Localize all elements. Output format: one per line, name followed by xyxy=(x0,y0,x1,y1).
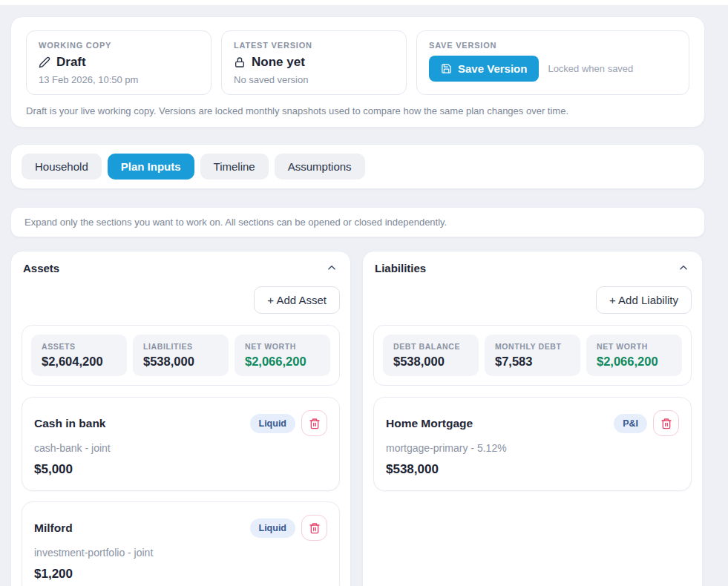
stat-debt-balance: DEBT BALANCE $538,000 xyxy=(383,335,479,376)
asset-title: Cash in bank xyxy=(34,417,250,430)
stat-liabilities: LIABILITIES $538,000 xyxy=(133,335,229,376)
assets-panel-title: Assets xyxy=(23,262,59,274)
asset-value: $1,200 xyxy=(34,567,327,582)
latest-version-card: LATEST VERSION None yet No saved version xyxy=(221,30,407,95)
tab-assumptions[interactable]: Assumptions xyxy=(275,154,365,180)
tabs-bar: Household Plan Inputs Timeline Assumptio… xyxy=(10,144,705,189)
liability-value: $538,000 xyxy=(386,462,679,477)
asset-title: Milford xyxy=(34,521,250,535)
assets-stats: ASSETS $2,604,200 LIABILITIES $538,000 N… xyxy=(22,325,340,386)
tab-plan-inputs[interactable]: Plan Inputs xyxy=(108,154,194,180)
tab-timeline[interactable]: Timeline xyxy=(200,154,269,180)
assets-collapse-button[interactable] xyxy=(325,261,338,274)
assets-panel: Assets + Add Asset ASSETS $2,604,200 LIA… xyxy=(10,251,351,586)
add-asset-button[interactable]: + Add Asset xyxy=(254,286,340,314)
asset-value: $5,000 xyxy=(34,462,327,477)
info-banner-text: Expand only the sections you want to wor… xyxy=(24,217,691,228)
save-version-label: SAVE VERSION xyxy=(429,41,677,50)
liabilities-stats: DEBT BALANCE $538,000 MONTHLY DEBT $7,58… xyxy=(373,325,692,386)
version-section: WORKING COPY Draft 13 Feb 2026, 10:50 pm… xyxy=(10,16,705,128)
liability-title: Home Mortgage xyxy=(386,417,614,430)
chevron-up-icon xyxy=(327,263,337,273)
plan-page: WORKING COPY Draft 13 Feb 2026, 10:50 pm… xyxy=(10,16,705,586)
stat-monthly-debt: MONTHLY DEBT $7,583 xyxy=(485,335,580,376)
version-caption: Draft is your live working copy. Version… xyxy=(26,105,689,116)
pencil-icon xyxy=(39,56,50,68)
tab-household[interactable]: Household xyxy=(22,154,102,180)
save-icon xyxy=(441,63,452,74)
stat-net-worth: NET WORTH $2,066,200 xyxy=(235,335,330,376)
asset-card-milford: Milford Liquid investment-portfolio - jo… xyxy=(22,501,340,586)
info-banner: Expand only the sections you want to wor… xyxy=(10,207,705,237)
assets-list: Cash in bank Liquid cash-bank - joint $5… xyxy=(22,397,340,586)
asset-subtitle: cash-bank - joint xyxy=(34,442,327,454)
trash-icon xyxy=(309,418,321,429)
chevron-up-icon xyxy=(678,263,689,273)
delete-asset-button[interactable] xyxy=(301,515,327,541)
trash-icon xyxy=(309,522,321,534)
working-copy-card: WORKING COPY Draft 13 Feb 2026, 10:50 pm xyxy=(26,30,211,95)
lock-icon xyxy=(234,56,246,68)
version-cards-row: WORKING COPY Draft 13 Feb 2026, 10:50 pm… xyxy=(26,30,689,95)
delete-liability-button[interactable] xyxy=(653,410,679,436)
stat-assets: ASSETS $2,604,200 xyxy=(31,335,127,376)
asset-card-cash-in-bank: Cash in bank Liquid cash-bank - joint $5… xyxy=(22,397,340,491)
top-bar xyxy=(0,0,728,6)
latest-version-label: LATEST VERSION xyxy=(234,41,394,50)
asset-type-badge: Liquid xyxy=(250,414,296,433)
save-version-button[interactable]: Save Version xyxy=(429,56,539,82)
delete-asset-button[interactable] xyxy=(301,410,327,436)
liability-card-home-mortgage: Home Mortgage P&I mortgage-primary - 5.1… xyxy=(373,397,692,491)
add-liability-button[interactable]: + Add Liability xyxy=(596,286,692,314)
panels-grid: Assets + Add Asset ASSETS $2,604,200 LIA… xyxy=(10,251,705,586)
working-copy-timestamp: 13 Feb 2026, 10:50 pm xyxy=(39,74,199,85)
save-version-button-label: Save Version xyxy=(458,62,527,75)
liabilities-panel-title: Liabilities xyxy=(375,262,426,274)
save-version-card: SAVE VERSION Save Version Locked when sa… xyxy=(416,30,689,95)
stat-net-worth: NET WORTH $2,066,200 xyxy=(586,335,682,376)
trash-icon xyxy=(660,418,672,429)
asset-subtitle: investment-portfolio - joint xyxy=(34,547,327,559)
working-copy-title: Draft xyxy=(56,55,86,70)
liability-subtitle: mortgage-primary - 5.12% xyxy=(386,442,679,454)
latest-version-subtitle: No saved version xyxy=(234,74,394,85)
liabilities-panel: Liabilities + Add Liability DEBT BALANCE… xyxy=(362,251,703,586)
asset-type-badge: Liquid xyxy=(250,518,296,538)
liabilities-list: Home Mortgage P&I mortgage-primary - 5.1… xyxy=(373,397,692,491)
working-copy-label: WORKING COPY xyxy=(39,41,199,50)
save-version-note: Locked when saved xyxy=(548,63,633,74)
liability-type-badge: P&I xyxy=(614,414,647,433)
latest-version-title: None yet xyxy=(252,55,305,70)
liabilities-collapse-button[interactable] xyxy=(677,261,690,274)
